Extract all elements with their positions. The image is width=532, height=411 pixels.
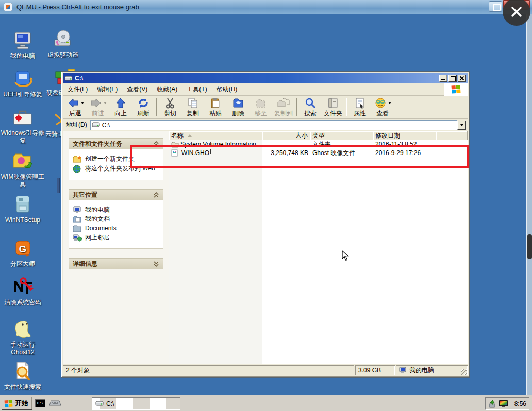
views-icon (374, 97, 387, 109)
host-maximize-button[interactable] (489, 1, 502, 12)
desktop-icon-clear-password[interactable]: 清除系统密码 (0, 277, 45, 306)
address-bar: 地址(D) C:\ (63, 119, 468, 131)
delete-icon (232, 97, 244, 109)
window-titlebar[interactable]: C:\ (63, 73, 468, 83)
move-to-icon (255, 97, 267, 109)
toolbar-separator (296, 98, 297, 116)
refresh-button[interactable]: 刷新 (132, 96, 155, 118)
globe-icon (73, 165, 82, 173)
file-search-icon (0, 361, 45, 381)
desktop-icon-virtual-drive[interactable]: 虚拟驱动器 (40, 29, 86, 59)
desktop-icon-label: WIM映像管理工具 (0, 173, 45, 189)
status-capacity: 3.09 GB (355, 365, 395, 375)
place-documents[interactable]: Documents (73, 225, 160, 232)
right-scrollbar-thumb[interactable] (527, 234, 532, 259)
panel-title: 文件和文件夹任务 (73, 140, 122, 148)
place-network[interactable]: 网上邻居 (73, 234, 160, 242)
copy-button[interactable]: 复制 (181, 96, 204, 118)
annotation-red-box (130, 145, 469, 168)
panel-details: 详细信息 (69, 258, 163, 269)
column-header-type[interactable]: 类型 (310, 131, 373, 140)
copy-icon (187, 97, 198, 109)
taskbar: 开始 C:\ C:\ 8:56 (0, 395, 532, 411)
views-button[interactable]: 查看 (371, 96, 394, 118)
column-header-date[interactable]: 修改日期 (373, 131, 436, 140)
resize-grip[interactable] (461, 369, 467, 375)
menu-view[interactable]: 查看(V) (122, 83, 152, 95)
maximize-button[interactable] (448, 75, 457, 82)
sorted-column-shade (169, 140, 262, 364)
address-dropdown-button[interactable] (457, 121, 466, 130)
panel-other-places: 其它位置 我的电脑 我的文档 Documents (69, 189, 163, 249)
cut-label: 剪切 (164, 109, 176, 118)
cut-button[interactable]: 剪切 (159, 96, 181, 118)
tray-eject-icon[interactable] (488, 400, 496, 408)
menu-file[interactable]: 文件(F) (63, 83, 92, 95)
drive-icon (64, 75, 73, 82)
menu-help[interactable]: 帮助(H) (212, 83, 242, 95)
desktop-icon-partition-master[interactable]: G 分区大师 (0, 238, 45, 268)
host-titlebar[interactable]: QEMU - Press Ctrl-Alt to exit mouse grab (0, 0, 532, 14)
partition-g-icon: G (0, 238, 45, 258)
column-header-size[interactable]: 大小 (262, 131, 310, 140)
desktop-icon-file-search[interactable]: 文件快速搜索 (0, 361, 45, 391)
right-scrollbar-track[interactable] (526, 14, 532, 395)
menubar: 文件(F) 编辑(E) 查看(V) 收藏(A) 工具(T) 帮助(H) (63, 83, 468, 96)
menu-tools[interactable]: 工具(T) (182, 83, 211, 95)
taskbar-task-c-drive[interactable]: C:\ (92, 397, 180, 410)
tray-display-icon[interactable] (498, 400, 508, 408)
windows-logo-icon (4, 399, 13, 408)
quick-launch-keyboard[interactable] (49, 399, 61, 409)
address-input[interactable]: C:\ (90, 120, 457, 130)
panel-header-details[interactable]: 详细信息 (69, 258, 163, 269)
panel-header-other-places[interactable]: 其它位置 (69, 189, 163, 200)
up-icon (115, 97, 126, 109)
computer-icon (73, 206, 82, 214)
desktop-icon-wim-tool[interactable]: WIM映像管理工具 (0, 151, 45, 189)
properties-label: 属性 (354, 109, 366, 118)
up-label: 向上 (114, 109, 127, 118)
folders-icon (327, 97, 339, 109)
windows-logo-icon (444, 83, 468, 96)
desktop-icon-label: 手动运行 Ghost12 (0, 341, 45, 356)
delete-button[interactable]: 删除 (227, 96, 250, 118)
properties-icon (354, 97, 365, 109)
up-button[interactable]: 向上 (109, 96, 132, 118)
forward-button[interactable]: 前进 (87, 96, 109, 118)
search-button[interactable]: 搜索 (299, 96, 322, 118)
folders-button[interactable]: 文件夹 (322, 96, 344, 118)
chevron-down-icon (153, 261, 159, 267)
menu-favorites[interactable]: 收藏(A) (152, 83, 182, 95)
start-button[interactable]: 开始 (2, 397, 32, 410)
copy-to-button[interactable]: 复制到 (272, 96, 295, 118)
cmd-icon: C:\ (37, 401, 44, 405)
desktop-icon-my-computer[interactable]: 我的电脑 (0, 30, 45, 60)
screen: { "host": { "title": "QEMU - Press Ctrl-… (0, 0, 532, 411)
quick-launch-cmd[interactable]: C:\ (35, 399, 45, 407)
desktop-icon-windows-boot-repair[interactable]: Widnows引导修复 (0, 108, 45, 145)
paste-button[interactable]: 粘贴 (204, 96, 227, 118)
folder-icon (73, 225, 82, 232)
move-to-button[interactable]: 移至 (250, 96, 272, 118)
properties-button[interactable]: 属性 (348, 96, 371, 118)
desktop-icon-label: 虚拟驱动器 (40, 51, 86, 59)
status-bar: 2 个对象 3.09 GB 我的电脑 (63, 364, 468, 375)
back-button[interactable]: 后退 (64, 96, 87, 118)
tray-clock: 8:56 (514, 400, 526, 407)
place-my-computer[interactable]: 我的电脑 (73, 206, 160, 214)
place-my-documents[interactable]: 我的文档 (73, 215, 160, 223)
forward-label: 前进 (92, 109, 104, 118)
desktop-icon-run-ghost[interactable]: 手动运行 Ghost12 (0, 317, 45, 356)
window-close-button[interactable] (458, 75, 466, 82)
status-location: 我的电脑 (396, 365, 468, 375)
winntsetup-icon (0, 195, 45, 214)
menu-edit[interactable]: 编辑(E) (92, 83, 122, 95)
desktop-icon-label: Widnows引导修复 (0, 129, 45, 145)
nt-key-icon (0, 277, 45, 297)
column-header-name[interactable]: 名称 (169, 131, 262, 140)
folders-label: 文件夹 (324, 109, 342, 118)
chevron-up-icon (153, 192, 159, 198)
desktop-icon-winntsetup[interactable]: WinNTSetup (0, 195, 45, 224)
desktop-icon-uefi-repair[interactable]: UEFI引导修复 (0, 69, 45, 98)
minimize-button[interactable] (439, 75, 447, 82)
